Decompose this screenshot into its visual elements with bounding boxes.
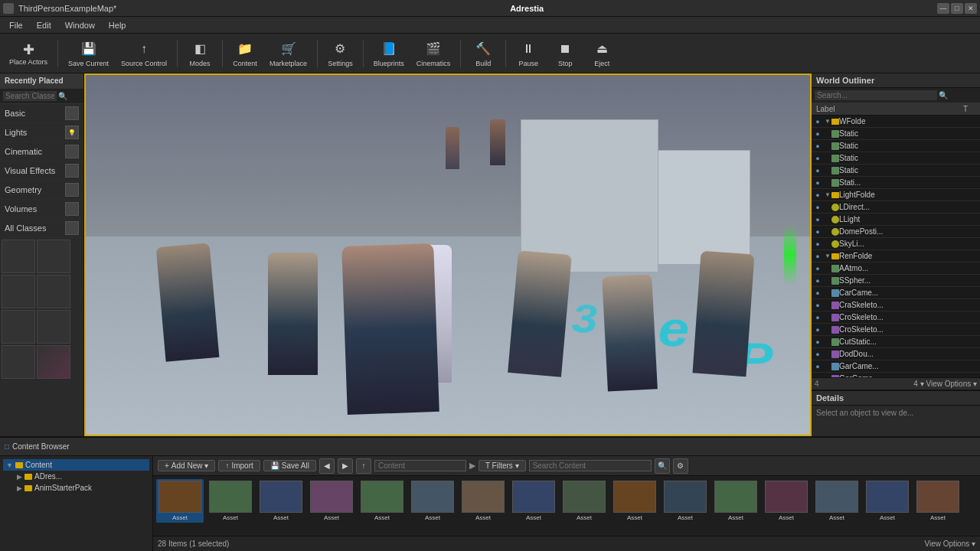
thumb-item[interactable]	[37, 240, 70, 273]
outliner-item-carcame[interactable]: ● CarCame...	[812, 287, 980, 299]
eject-button[interactable]: ⏏ Eject	[585, 37, 619, 70]
outliner-item-static-1[interactable]: ● Static	[812, 128, 980, 140]
cb-asset-11[interactable]: Asset	[662, 479, 709, 523]
build-button[interactable]: 🔨 Build	[466, 37, 500, 70]
outliner-item-ldirect[interactable]: ● LDirect...	[812, 201, 980, 214]
source-control-button[interactable]: ↑ Source Control	[116, 37, 172, 70]
view-options-button[interactable]: 4 ▾ View Options ▾	[913, 380, 977, 388]
content-button[interactable]: 📁 Content	[228, 37, 262, 70]
outliner-item-aatmo[interactable]: ● AAtmo...	[812, 262, 980, 275]
outliner-item-cutstatic[interactable]: ● CutStatic...	[812, 336, 980, 348]
visibility-icon[interactable]: ●	[813, 191, 822, 200]
content-settings-icon[interactable]: ⚙	[673, 458, 688, 474]
visibility-icon[interactable]: ●	[813, 350, 822, 359]
nav-up-button[interactable]: ↑	[356, 458, 371, 474]
visibility-icon[interactable]: ●	[813, 289, 822, 298]
add-new-button[interactable]: + Add New ▾	[158, 460, 215, 471]
outliner-item-croskele-1[interactable]: ● CroSkeleto...	[812, 311, 980, 324]
cb-asset-14[interactable]: Asset	[813, 479, 861, 523]
visibility-icon[interactable]: ●	[813, 325, 822, 334]
thumb-item[interactable]	[2, 345, 35, 379]
expand-icon[interactable]: ▼	[824, 118, 831, 126]
visibility-icon[interactable]: ●	[813, 117, 822, 126]
stop-button[interactable]: ⏹ Stop	[548, 37, 582, 70]
place-actors-button[interactable]: ✚ Place Actors	[5, 40, 52, 67]
visibility-icon[interactable]: ●	[813, 178, 822, 187]
cb-asset-10[interactable]: Asset	[611, 479, 658, 523]
cb-asset-9[interactable]: Asset	[560, 479, 608, 523]
visibility-icon[interactable]: ●	[813, 362, 822, 371]
visibility-icon[interactable]: ●	[813, 301, 822, 310]
sidebar-item-visual-effects[interactable]: Visual Effects	[0, 161, 83, 181]
cb-asset-13[interactable]: Asset	[763, 479, 810, 523]
thumb-item[interactable]	[37, 275, 70, 308]
content-search-input[interactable]	[529, 460, 652, 471]
outliner-item-domeposti[interactable]: ● DomePosti...	[812, 226, 980, 238]
cb-asset-7[interactable]: Asset	[459, 479, 507, 523]
outliner-item-sspher[interactable]: ● SSpher...	[812, 275, 980, 287]
thumb-item-char[interactable]	[37, 345, 70, 379]
thumb-item[interactable]	[37, 310, 70, 344]
sidebar-item-lights[interactable]: Lights 💡	[0, 123, 83, 142]
modes-button[interactable]: ◧ Modes	[183, 37, 217, 70]
outliner-item-renfolde[interactable]: ● ▼ RenFolde	[812, 250, 980, 262]
import-button[interactable]: ↑ Import	[218, 460, 260, 471]
outliner-item-static-3[interactable]: ● Static	[812, 152, 980, 165]
cb-asset-4[interactable]: Asset	[308, 479, 355, 523]
cb-asset-3[interactable]: Asset	[257, 479, 305, 523]
content-path-input[interactable]	[374, 460, 466, 471]
visibility-icon[interactable]: ●	[813, 337, 822, 347]
outliner-item-skyli[interactable]: ● SkyLi...	[812, 238, 980, 250]
view-options-label[interactable]: View Options ▾	[924, 540, 975, 548]
cinematics-button[interactable]: 🎬 Cinematics	[412, 37, 456, 70]
sidebar-item-cinematic[interactable]: Cinematic	[0, 142, 83, 161]
menu-window[interactable]: Window	[59, 19, 101, 31]
visibility-icon[interactable]: ●	[813, 215, 822, 224]
nav-forward-button[interactable]: ▶	[338, 458, 353, 474]
visibility-icon[interactable]: ●	[813, 276, 822, 285]
search-classes-input[interactable]	[3, 91, 57, 101]
visibility-icon[interactable]: ●	[813, 240, 822, 249]
expand-icon[interactable]: ▼	[824, 191, 831, 199]
nav-back-button[interactable]: ◀	[319, 458, 335, 474]
save-all-button[interactable]: 💾 Save All	[263, 460, 316, 471]
expand-icon[interactable]: ▼	[824, 253, 831, 260]
outliner-item-lightfolde[interactable]: ● ▼ LightFolde	[812, 189, 980, 201]
outliner-item-doddou[interactable]: ● DodDou...	[812, 348, 980, 360]
sidebar-item-geometry[interactable]: Geometry	[0, 181, 83, 200]
cb-tree-item-content[interactable]: ▼ Content	[3, 459, 149, 471]
menu-help[interactable]: Help	[103, 19, 132, 31]
cb-asset-2[interactable]: Asset	[207, 479, 254, 523]
outliner-item-stati[interactable]: ● Stati...	[812, 177, 980, 189]
settings-button[interactable]: ⚙ Settings	[323, 37, 358, 70]
viewport[interactable]: P e 3	[84, 73, 812, 436]
menu-file[interactable]: File	[3, 19, 29, 31]
sidebar-item-basic[interactable]: Basic	[0, 104, 83, 123]
visibility-icon[interactable]: ●	[813, 142, 822, 151]
visibility-icon[interactable]: ●	[813, 264, 822, 273]
marketplace-button[interactable]: 🛒 Marketplace	[265, 37, 312, 70]
cb-asset-8[interactable]: Asset	[510, 479, 557, 523]
cb-asset-5[interactable]: Asset	[358, 479, 406, 523]
visibility-icon[interactable]: ●	[813, 227, 822, 236]
outliner-item-garcame[interactable]: ● GarCame...	[812, 360, 980, 373]
visibility-icon[interactable]: ●	[813, 203, 822, 212]
minimize-button[interactable]: —	[937, 3, 949, 14]
outliner-item-llight[interactable]: ● LLight	[812, 214, 980, 226]
outliner-item-static-4[interactable]: ● Static	[812, 165, 980, 177]
thumb-item[interactable]	[2, 240, 35, 273]
close-button[interactable]: ✕	[965, 3, 977, 14]
pause-button[interactable]: ⏸ Pause	[511, 37, 545, 70]
visibility-icon[interactable]: ●	[813, 129, 822, 139]
cb-asset-6[interactable]: Asset	[409, 479, 456, 523]
sidebar-item-volumes[interactable]: Volumes	[0, 200, 83, 219]
cb-tree-item-adres[interactable]: ▶ ADres...	[3, 471, 149, 482]
outliner-item-static-2[interactable]: ● Static	[812, 140, 980, 152]
outliner-search-icon[interactable]: 🔍	[939, 91, 948, 99]
content-search-icon[interactable]: 🔍	[655, 458, 670, 474]
visibility-icon[interactable]: ●	[813, 166, 822, 175]
sidebar-item-all-classes[interactable]: All Classes	[0, 219, 83, 238]
cb-asset-16[interactable]: Asset	[914, 479, 962, 523]
outliner-search-input[interactable]	[815, 90, 937, 100]
visibility-icon[interactable]: ●	[813, 154, 822, 163]
